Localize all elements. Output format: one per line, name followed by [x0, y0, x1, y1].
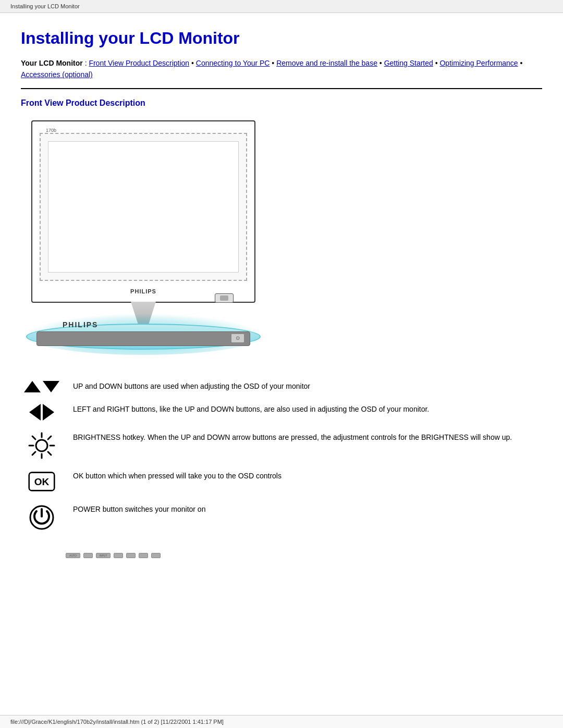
triangle-left-icon: [29, 404, 41, 421]
base-btn-brightness: [126, 553, 136, 558]
triangle-up-icon: [24, 381, 41, 392]
svg-line-7: [32, 452, 35, 455]
icon-text-power: POWER button switches your monitor on: [73, 504, 542, 515]
base-btn-menu: [151, 553, 161, 558]
icon-row-left-right: LEFT and RIGHT buttons, like the UP and …: [21, 404, 542, 421]
icon-row-brightness: BRIGHTNESS hotkey. When the UP and DOWN …: [21, 432, 542, 459]
monitor-model-label: 170b: [46, 128, 56, 133]
base-btn-auto: AUTO: [66, 553, 80, 558]
monitor-illustration: 170b PHILIPS AUTO INPUT P: [21, 115, 271, 365]
svg-text:OK: OK: [34, 476, 50, 487]
monitor-body: 170b PHILIPS: [31, 120, 255, 303]
ok-icon: OK: [28, 471, 55, 492]
icon-text-left-right: LEFT and RIGHT buttons, like the UP and …: [73, 404, 542, 415]
monitor-screen: [48, 141, 239, 273]
monitor-base-button-row: AUTO INPUT: [66, 551, 222, 560]
nav-bullet-3: •: [380, 59, 384, 67]
icon-cell-ok: OK: [21, 471, 63, 492]
nav-label: Your LCD Monitor: [21, 59, 83, 67]
monitor-power-button: [230, 333, 245, 343]
nav-bullet-1: •: [191, 59, 196, 67]
left-right-arrows-icon: [29, 404, 54, 421]
section-heading-front-view: Front View Product Description: [21, 98, 542, 108]
base-btn-left: [83, 553, 93, 558]
svg-line-5: [48, 452, 51, 455]
icon-row-up-down: UP and DOWN buttons are used when adjust…: [21, 381, 542, 392]
nav-link-connecting[interactable]: Connecting to Your PC: [196, 59, 270, 67]
browser-title-bar: Installing your LCD Monitor: [0, 0, 563, 13]
icon-cell-brightness: [21, 432, 63, 459]
base-btn-right: [114, 553, 123, 558]
nav-link-accessories[interactable]: Accessories (optional): [21, 70, 93, 79]
icon-text-brightness: BRIGHTNESS hotkey. When the UP and DOWN …: [73, 432, 542, 443]
nav-bullet-5: •: [520, 59, 523, 67]
monitor-base-platform: AUTO INPUT: [36, 331, 250, 346]
base-btn-up: [139, 553, 148, 558]
icon-cell-left-right: [21, 404, 63, 421]
triangle-right-icon: [43, 404, 54, 421]
nav-link-optimizing[interactable]: Optimizing Performance: [439, 59, 518, 67]
icon-text-up-down: UP and DOWN buttons are used when adjust…: [73, 381, 542, 392]
nav-link-front-view[interactable]: Front View Product Description: [89, 59, 189, 67]
nav-section: Your LCD Monitor : Front View Product De…: [21, 57, 542, 81]
nav-link-getting-started[interactable]: Getting Started: [384, 59, 433, 67]
svg-point-8: [36, 440, 47, 451]
icon-row-power: POWER button switches your monitor on: [21, 504, 542, 531]
power-icon: [28, 504, 55, 531]
page-content: Installing your LCD Monitor Your LCD Mon…: [0, 13, 563, 563]
monitor-side-button: [215, 293, 234, 303]
icon-cell-up-down: [21, 381, 63, 392]
up-down-arrows-icon: [24, 381, 59, 392]
svg-line-6: [48, 436, 51, 439]
monitor-base-brand: PHILIPS: [63, 320, 98, 329]
icon-cell-power: [21, 504, 63, 531]
icon-row-ok: OK OK button which when pressed will tak…: [21, 471, 542, 492]
footer-text: file:///D|/Grace/K1/english/170b2y/insta…: [10, 719, 224, 725]
monitor-brand: PHILIPS: [130, 288, 156, 294]
brightness-icon: [28, 432, 55, 459]
footer-bar: file:///D|/Grace/K1/english/170b2y/insta…: [0, 715, 563, 728]
svg-line-4: [32, 436, 35, 439]
nav-link-remove[interactable]: Remove and re-install the base: [276, 59, 377, 67]
icon-text-ok: OK button which when pressed will take y…: [73, 471, 542, 482]
page-title: Installing your LCD Monitor: [21, 29, 542, 48]
nav-bullet-2: •: [272, 59, 276, 67]
icon-section: UP and DOWN buttons are used when adjust…: [21, 381, 542, 531]
section-divider: [21, 88, 542, 89]
triangle-down-icon: [43, 381, 59, 392]
monitor-screen-border: [40, 133, 247, 281]
base-btn-input: INPUT: [96, 553, 111, 558]
browser-tab-title: Installing your LCD Monitor: [10, 3, 80, 9]
